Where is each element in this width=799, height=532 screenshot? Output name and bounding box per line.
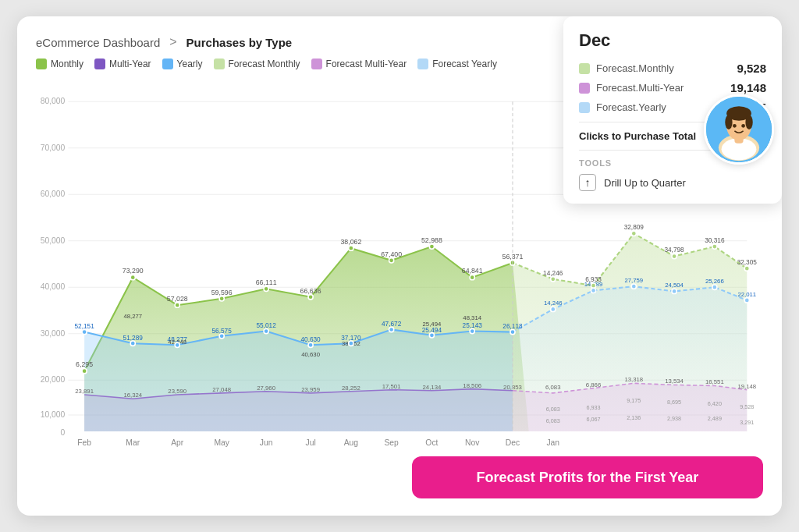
svg-point-121 (308, 342, 313, 347)
svg-text:6,083: 6,083 (546, 417, 560, 424)
svg-point-128 (591, 288, 595, 293)
svg-text:6,067: 6,067 (586, 416, 600, 423)
svg-point-124 (429, 333, 434, 338)
svg-text:8,695: 8,695 (667, 399, 681, 406)
svg-text:2,136: 2,136 (627, 414, 641, 421)
svg-point-120 (264, 328, 268, 333)
svg-point-118 (175, 342, 179, 347)
svg-point-117 (130, 341, 135, 346)
svg-text:Feb: Feb (77, 438, 91, 447)
breadcrumb-parent: eCommerce Dashboard (36, 36, 160, 49)
svg-point-126 (510, 329, 515, 334)
svg-point-125 (470, 328, 474, 333)
svg-point-110 (551, 277, 556, 282)
svg-text:27,048: 27,048 (212, 386, 231, 393)
svg-text:38,062: 38,062 (340, 238, 361, 246)
swatch-forecast-yearly (579, 102, 590, 113)
svg-text:20,000: 20,000 (41, 375, 66, 384)
svg-point-131 (712, 285, 717, 289)
svg-point-123 (389, 327, 394, 332)
svg-text:23,891: 23,891 (75, 388, 94, 395)
svg-text:25,494: 25,494 (423, 321, 442, 328)
svg-text:32,809: 32,809 (624, 223, 645, 231)
legend-color-forecast-multiyear (311, 59, 322, 69)
svg-text:6,866: 6,866 (586, 381, 601, 388)
svg-text:Oct: Oct (425, 438, 438, 447)
svg-text:May: May (214, 438, 229, 447)
svg-text:30,316: 30,316 (705, 236, 725, 244)
svg-text:40,630: 40,630 (301, 351, 320, 358)
svg-point-21 (175, 303, 179, 307)
svg-text:13,534: 13,534 (665, 378, 684, 385)
svg-point-142 (741, 124, 745, 128)
legend-color-multiyear (94, 59, 105, 69)
svg-text:9,528: 9,528 (740, 403, 754, 410)
svg-text:3,291: 3,291 (740, 418, 754, 425)
dashboard-card: eCommerce Dashboard > Purchases by Type … (17, 16, 782, 516)
svg-text:6,933: 6,933 (586, 404, 600, 411)
svg-text:25,266: 25,266 (705, 278, 724, 285)
legend-label-yearly: Yearly (177, 59, 203, 69)
svg-text:66,636: 66,636 (300, 286, 321, 294)
svg-text:59,596: 59,596 (211, 289, 233, 296)
svg-text:40,000: 40,000 (41, 282, 66, 291)
legend-color-forecast-yearly (417, 59, 428, 69)
svg-text:Apr: Apr (171, 438, 184, 447)
tooltip-value-forecast-monthly: 9,528 (737, 62, 766, 75)
svg-text:48,277: 48,277 (123, 313, 142, 320)
svg-point-139 (725, 115, 732, 129)
svg-point-19 (130, 275, 135, 280)
legend-item-forecast-monthly: Forecast Monthly (214, 59, 300, 69)
tooltip-text-forecast-multiyear: Forecast.Multi-Year (596, 82, 684, 94)
svg-point-130 (672, 289, 676, 293)
svg-point-116 (82, 329, 87, 334)
tooltip-label-forecast-multiyear: Forecast.Multi-Year (579, 82, 684, 94)
svg-point-23 (219, 296, 224, 301)
svg-point-122 (349, 341, 353, 346)
forecast-cta-button[interactable]: Forecast Profits for the First Year (412, 456, 763, 498)
svg-text:23,590: 23,590 (168, 388, 186, 395)
svg-text:73,290: 73,290 (123, 267, 144, 275)
svg-point-113 (672, 254, 676, 258)
legend-label-forecast-monthly: Forecast Monthly (229, 59, 300, 69)
svg-text:24,504: 24,504 (665, 282, 684, 289)
legend-item-monthly: Monthly (36, 59, 83, 69)
svg-point-112 (631, 231, 636, 236)
svg-point-119 (219, 334, 224, 339)
svg-point-141 (733, 124, 737, 128)
legend-label-forecast-yearly: Forecast Yearly (432, 59, 497, 69)
svg-text:17,501: 17,501 (382, 383, 401, 390)
legend-color-yearly (162, 59, 173, 69)
svg-text:57,028: 57,028 (167, 295, 188, 303)
legend-item-forecast-yearly: Forecast Yearly (417, 59, 497, 69)
svg-text:14,246: 14,246 (543, 269, 563, 277)
tooltip-text-forecast-monthly: Forecast.Monthly (596, 62, 674, 74)
svg-text:Sep: Sep (384, 438, 399, 447)
svg-text:0: 0 (61, 428, 66, 437)
svg-text:32,305: 32,305 (737, 258, 758, 266)
svg-point-35 (470, 275, 474, 280)
swatch-forecast-monthly (579, 63, 590, 74)
svg-text:Jul: Jul (305, 438, 315, 447)
svg-text:9,175: 9,175 (627, 397, 641, 404)
drill-up-button[interactable]: ↑ Drill Up to Quarter (579, 174, 766, 191)
svg-text:13,318: 13,318 (624, 376, 643, 383)
svg-text:23,959: 23,959 (301, 386, 320, 393)
legend-label-monthly: Monthly (51, 59, 83, 69)
tooltip-label-forecast-yearly: Forecast.Yearly (579, 101, 666, 113)
svg-text:6,295: 6,295 (76, 360, 93, 368)
legend-item-multiyear: Multi-Year (94, 59, 151, 69)
svg-point-132 (744, 298, 749, 303)
swatch-forecast-multiyear (579, 83, 590, 94)
svg-text:22,011: 22,011 (737, 291, 756, 298)
svg-text:14,246: 14,246 (544, 300, 563, 307)
svg-point-29 (349, 246, 353, 250)
svg-point-25 (264, 286, 268, 291)
svg-text:Jun: Jun (260, 438, 273, 447)
avatar (704, 94, 774, 165)
legend-color-forecast-monthly (214, 59, 225, 69)
legend-item-forecast-multiyear: Forecast Multi-Year (311, 59, 407, 69)
svg-text:52,988: 52,988 (421, 236, 442, 244)
legend-item-yearly: Yearly (162, 59, 203, 69)
svg-text:6,083: 6,083 (546, 406, 560, 413)
